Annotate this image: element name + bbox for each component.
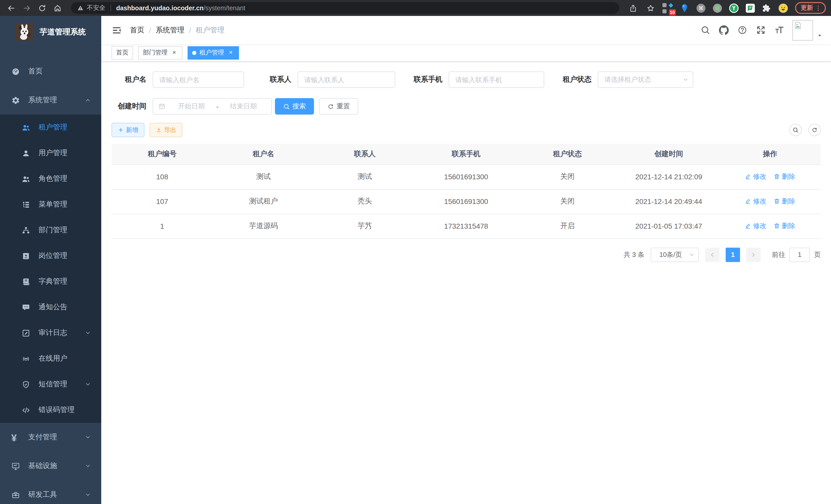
help-icon[interactable] [738,25,747,35]
export-button[interactable]: 导出 [149,123,182,137]
tab-dept[interactable]: 部门管理× [138,46,182,59]
avatar[interactable] [793,20,813,40]
cell-created: 2021-12-14 21:02:09 [618,165,719,189]
add-button[interactable]: 新增 [112,123,144,137]
search-button-label: 搜索 [292,102,306,111]
monitor-icon [11,462,20,470]
sidebar-item-system[interactable]: 系统管理 [0,86,101,115]
goto-page: 前往 页 [772,247,821,262]
phone-input[interactable] [449,71,544,88]
sidebar-item-label: 首页 [28,67,42,76]
blue-diamond [667,1,675,9]
extension-icon-emoji[interactable] [778,2,789,13]
prev-page-button[interactable] [705,247,719,262]
column-header: 联系手机 [416,144,517,165]
sidebar-logo[interactable]: 芋道管理系统 [0,16,101,48]
tenant-table: 租户编号租户名联系人联系手机租户状态创建时间操作 108测试测试15601691… [112,144,821,239]
filter-contact: 联系人 [256,71,395,88]
page-unit-label: 页 [814,250,821,259]
date-separator: - [214,102,221,110]
delete-link[interactable]: 删除 [774,172,795,181]
extension-icon-command[interactable]: ⌘ [695,2,707,13]
share-icon[interactable] [628,2,639,13]
sidebar-item-online[interactable]: 在线用户 [0,346,101,372]
sidebar-item-role[interactable]: 角色管理 [0,166,101,191]
sidebar-menu: 首页系统管理租户管理用户管理角色管理菜单管理部门管理岗位管理字典管理通知公告审计… [0,57,101,504]
tab-home[interactable]: 首页 [112,46,133,59]
address-bar[interactable]: 不安全 dashboard.yudao.iocoder.cn/system/te… [71,2,619,14]
delete-link-label: 删除 [782,197,795,206]
next-page-button[interactable] [746,247,761,262]
kebab-menu-icon[interactable] [814,4,822,11]
cell-id: 107 [112,189,213,214]
edit-link[interactable]: 修改 [745,172,767,181]
toggle-search-button[interactable] [790,124,802,136]
refresh-table-button[interactable] [808,124,821,136]
search-button[interactable]: 搜索 [275,98,314,115]
sidebar-item-infra[interactable]: 基础设施 [0,452,101,480]
bookmark-star-icon[interactable] [645,2,656,13]
sidebar-fold-icon[interactable] [112,25,122,35]
sidebar-item-audit[interactable]: 审计日志 [0,320,101,346]
delete-link[interactable]: 删除 [774,197,795,206]
chevron-down-icon [85,463,91,469]
sidebar-item-devtools[interactable]: 研发工具 [0,480,101,504]
sidebar-item-notice[interactable]: 通知公告 [0,294,101,320]
cell-phone: 15601691300 [416,165,517,189]
edit-link[interactable]: 修改 [745,221,767,231]
close-icon[interactable]: × [171,49,178,56]
edit-link-label: 修改 [753,197,767,206]
sidebar-item-dict[interactable]: 字典管理 [0,269,101,294]
delete-link[interactable]: 删除 [774,221,795,231]
toolbar-tools [790,124,821,136]
reset-button[interactable]: 重置 [319,98,358,115]
extension-icon-balloon[interactable] [679,2,690,13]
sidebar-item-errorcode[interactable]: 错误码管理 [0,397,101,423]
sidebar-item-dept[interactable]: 部门管理 [0,217,101,243]
caret-down-icon[interactable] [816,32,823,38]
screen: 不安全 dashboard.yudao.iocoder.cn/system/te… [0,0,831,504]
back-arrow-icon[interactable] [5,2,18,14]
cell-id: 1 [112,214,213,238]
edit-link[interactable]: 修改 [745,197,767,206]
tree-icon [22,200,30,209]
sidebar-item-sms[interactable]: 短信管理 [0,372,101,397]
cell-created: 2021-01-05 17:03:47 [618,214,719,238]
chevron-down-icon [85,434,91,440]
search-icon[interactable] [700,25,710,35]
status-select[interactable]: 请选择租户状态 [598,71,693,88]
contact-input[interactable] [297,71,395,88]
extension-icon-chat[interactable] [745,2,756,13]
extension-icon-tabs-diamond[interactable]: 10 [662,2,674,13]
table-toolbar: 新增 导出 [112,123,821,137]
tab-tenant[interactable]: 租户管理× [188,46,239,59]
goto-page-input[interactable] [790,247,810,262]
breadcrumb-item[interactable]: 首页 [130,25,144,35]
extension-badge: 10 [669,9,676,15]
extension-icon-y-logo[interactable] [728,2,740,13]
page-size-select[interactable]: 10条/页 [651,247,699,262]
sidebar-item-menu[interactable]: 菜单管理 [0,191,101,217]
app-title: 芋道管理系统 [39,27,86,37]
cell-name: 芋道源码 [213,214,314,238]
reload-icon[interactable] [36,2,48,14]
sidebar-item-pay[interactable]: ¥支付管理 [0,423,101,452]
page-number-1[interactable]: 1 [726,247,740,262]
extension-icon-record[interactable] [712,2,723,13]
update-button[interactable]: 更新 [795,2,826,14]
forward-arrow-icon[interactable] [21,2,33,14]
font-size-icon[interactable] [774,25,784,35]
sidebar-item-home[interactable]: 首页 [0,57,101,86]
home-icon[interactable] [51,2,64,14]
sidebar-item-user[interactable]: 用户管理 [0,140,101,166]
tenant-name-input[interactable] [153,71,244,88]
date-range-picker[interactable]: 开始日期 - 结束日期 [153,98,272,115]
breadcrumb-item[interactable]: 系统管理 [156,25,184,35]
sidebar-item-post[interactable]: 岗位管理 [0,243,101,269]
fullscreen-icon[interactable] [756,25,766,35]
sidebar-item-tenant[interactable]: 租户管理 [0,115,101,140]
github-icon[interactable] [719,25,729,35]
extension-icon-puzzle[interactable] [761,2,772,13]
close-icon[interactable]: × [227,49,234,56]
sidebar-item-label: 审计日志 [38,328,67,337]
